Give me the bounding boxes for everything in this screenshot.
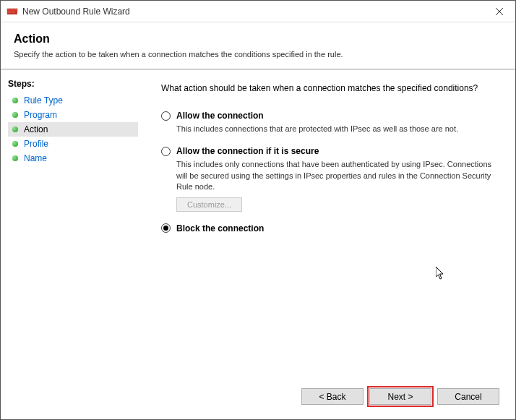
option-desc: This includes connections that are prote… bbox=[176, 124, 494, 134]
option-allow-secure: Allow the connection if it is secure Thi… bbox=[161, 146, 499, 211]
button-row: < Back Next > Cancel bbox=[301, 388, 499, 405]
step-program[interactable]: Program bbox=[8, 108, 138, 122]
step-label: Profile bbox=[24, 139, 48, 149]
cancel-button[interactable]: Cancel bbox=[437, 388, 499, 405]
radio-allow[interactable] bbox=[161, 111, 171, 121]
cursor-icon bbox=[436, 267, 447, 281]
radio-block[interactable] bbox=[161, 223, 171, 233]
next-button[interactable]: Next > bbox=[369, 388, 431, 405]
content-area: Steps: Rule Type Program Action Profile … bbox=[1, 70, 515, 416]
steps-heading: Steps: bbox=[8, 79, 138, 89]
step-bullet-icon bbox=[12, 127, 18, 132]
svg-rect-1 bbox=[7, 9, 10, 11]
step-bullet-icon bbox=[12, 98, 18, 103]
option-label: Allow the connection if it is secure bbox=[176, 146, 319, 156]
titlebar: New Outbound Rule Wizard bbox=[1, 1, 515, 22]
option-label: Allow the connection bbox=[176, 111, 264, 121]
step-bullet-icon bbox=[12, 141, 18, 147]
step-label: Action bbox=[24, 124, 48, 134]
step-label: Program bbox=[24, 110, 57, 120]
window-title: New Outbound Rule Wizard bbox=[22, 7, 483, 17]
svg-rect-3 bbox=[14, 9, 17, 11]
step-label: Rule Type bbox=[24, 95, 63, 106]
customize-button: Customize... bbox=[176, 197, 242, 212]
step-name[interactable]: Name bbox=[8, 151, 138, 166]
option-label: Block the connection bbox=[176, 223, 264, 233]
svg-rect-5 bbox=[12, 11, 15, 13]
option-desc: This includes only connections that have… bbox=[176, 159, 494, 192]
step-bullet-icon bbox=[12, 112, 18, 118]
svg-rect-4 bbox=[7, 11, 12, 13]
page-title: Action bbox=[14, 33, 502, 46]
option-allow: Allow the connection This includes conne… bbox=[161, 111, 499, 134]
page-description: Specify the action to be taken when a co… bbox=[14, 50, 502, 59]
wizard-header: Action Specify the action to be taken wh… bbox=[1, 22, 515, 69]
radio-allow-secure[interactable] bbox=[161, 147, 171, 156]
svg-rect-2 bbox=[10, 9, 14, 11]
back-button[interactable]: < Back bbox=[301, 388, 364, 405]
question-text: What action should be taken when a conne… bbox=[161, 83, 499, 93]
step-profile[interactable]: Profile bbox=[8, 137, 138, 151]
step-action[interactable]: Action bbox=[8, 122, 138, 137]
main-panel: What action should be taken when a conne… bbox=[145, 70, 515, 416]
step-rule-type[interactable]: Rule Type bbox=[8, 93, 138, 108]
close-button[interactable] bbox=[483, 1, 515, 22]
firewall-icon bbox=[7, 6, 18, 17]
steps-sidebar: Steps: Rule Type Program Action Profile … bbox=[1, 70, 145, 416]
step-bullet-icon bbox=[12, 155, 18, 161]
step-label: Name bbox=[24, 153, 47, 163]
option-block: Block the connection bbox=[161, 223, 499, 236]
